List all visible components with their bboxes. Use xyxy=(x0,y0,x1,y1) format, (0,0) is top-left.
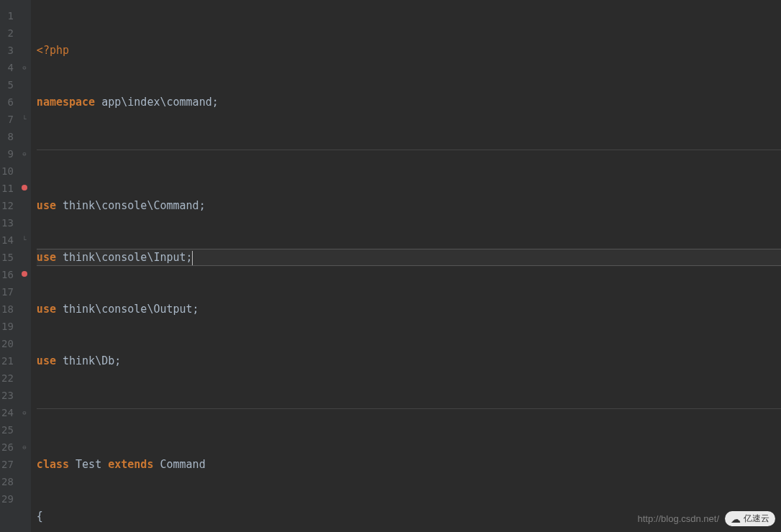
line-number: 23 xyxy=(1,387,14,404)
line-number: 4 xyxy=(1,59,14,76)
watermark-logo: ☁亿速云 xyxy=(725,511,775,526)
code-editor: 1 2 3 4 5 6 7 8 9 10 11 12 13 14 15 16 1… xyxy=(0,0,781,532)
line-number: 19 xyxy=(1,318,14,335)
code-line: use think\Db; xyxy=(37,352,781,370)
watermark-url: http://blog.csdn.net/ xyxy=(638,513,719,524)
breakpoint-icon[interactable] xyxy=(18,180,31,197)
line-number: 14 xyxy=(1,231,14,249)
line-number: 27 xyxy=(1,456,14,473)
line-number: 20 xyxy=(1,335,14,352)
fold-end-icon[interactable]: └ xyxy=(18,231,31,249)
gutter-marks: ⊖ └ ⊖ └ ⊖ ⊖ xyxy=(18,0,31,532)
code-line xyxy=(37,145,781,162)
fold-icon[interactable]: ⊖ xyxy=(18,145,31,162)
line-number: 25 xyxy=(1,421,14,439)
line-number: 10 xyxy=(1,162,14,180)
code-line: use think\console\Command; xyxy=(37,197,781,214)
line-number: 12 xyxy=(1,197,14,214)
line-number: 29 xyxy=(1,490,14,508)
line-number: 7 xyxy=(1,111,14,128)
fold-icon[interactable]: ⊖ xyxy=(18,404,31,421)
fold-icon[interactable]: ⊖ xyxy=(18,439,31,456)
code-line-active: use think\console\Input; xyxy=(37,249,781,266)
line-number: 2 xyxy=(1,24,14,42)
line-number: 22 xyxy=(1,370,14,387)
watermark: http://blog.csdn.net/ ☁亿速云 xyxy=(638,511,775,526)
line-number: 3 xyxy=(1,42,14,59)
line-number: 24 xyxy=(1,404,14,421)
line-number: 6 xyxy=(1,93,14,111)
breakpoint-icon[interactable] xyxy=(18,266,31,283)
line-number: 5 xyxy=(1,76,14,93)
line-number: 16 xyxy=(1,266,14,283)
fold-end-icon[interactable]: └ xyxy=(18,111,31,128)
line-number: 21 xyxy=(1,352,14,370)
code-line: class Test extends Command xyxy=(37,456,781,473)
line-number: 9 xyxy=(1,145,14,162)
code-line: <?php xyxy=(37,42,781,59)
code-line: namespace app\index\command; xyxy=(37,93,781,111)
line-number: 18 xyxy=(1,301,14,318)
fold-icon[interactable]: ⊖ xyxy=(18,59,31,76)
line-number-gutter: 1 2 3 4 5 6 7 8 9 10 11 12 13 14 15 16 1… xyxy=(0,0,18,532)
line-number: 26 xyxy=(1,439,14,456)
line-number: 13 xyxy=(1,214,14,231)
cloud-icon: ☁ xyxy=(731,513,741,525)
code-line: use think\console\Output; xyxy=(37,301,781,318)
line-number: 8 xyxy=(1,128,14,145)
line-number: 15 xyxy=(1,249,14,266)
code-line xyxy=(37,404,781,421)
line-number: 11 xyxy=(1,180,14,197)
code-area[interactable]: <?php namespace app\index\command; use t… xyxy=(31,0,781,532)
line-number: 17 xyxy=(1,283,14,301)
line-number: 1 xyxy=(1,7,14,24)
line-number: 28 xyxy=(1,473,14,490)
text-caret xyxy=(192,251,193,265)
